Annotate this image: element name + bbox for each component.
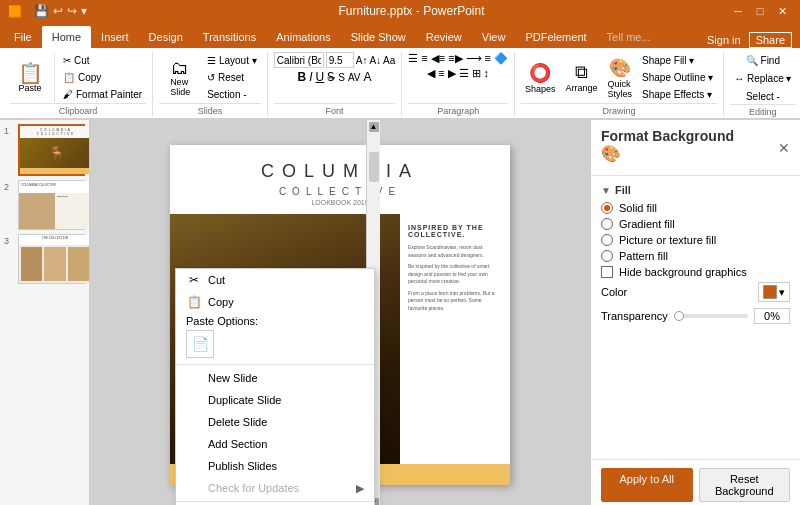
align-right-btn[interactable]: ▶ [448, 67, 456, 80]
ctx-publish[interactable]: Publish Slides [176, 455, 374, 477]
paste-option-1[interactable]: 📄 [186, 330, 214, 358]
shadow-btn[interactable]: S [338, 72, 345, 83]
sign-in-btn[interactable]: Sign in [707, 34, 741, 46]
new-slide-btn[interactable]: 🗂 NewSlide [159, 54, 201, 102]
slide-3-header: THE COLLECTION [19, 235, 90, 245]
copy-btn[interactable]: 📋Copy [59, 70, 146, 86]
shapes-btn[interactable]: ⭕ Shapes [521, 54, 560, 102]
transparency-slider[interactable] [674, 314, 748, 318]
tab-design[interactable]: Design [139, 26, 193, 48]
justify-btn[interactable]: ☰ [459, 67, 469, 80]
bold-btn[interactable]: B [298, 70, 307, 84]
undo-qat-btn[interactable]: ↩ [53, 4, 63, 18]
tab-slideshow[interactable]: Slide Show [341, 26, 416, 48]
tab-review[interactable]: Review [416, 26, 472, 48]
font-size-input[interactable] [326, 52, 354, 68]
fill-section-header[interactable]: ▼ Fill [601, 184, 790, 196]
minimize-btn[interactable]: ─ [728, 1, 748, 21]
clear-format-btn[interactable]: Aa [383, 55, 395, 66]
select-btn[interactable]: Select - [742, 88, 784, 104]
ctx-new-slide[interactable]: New Slide [176, 367, 374, 389]
ctx-delete-label: Delete Slide [208, 416, 267, 428]
tab-home[interactable]: Home [42, 26, 91, 48]
increase-indent-btn[interactable]: ≡▶ [448, 52, 462, 65]
redo-qat-btn[interactable]: ↪ [67, 4, 77, 18]
col-btn[interactable]: ⊞ [472, 67, 481, 80]
reset-background-btn[interactable]: Reset Background [699, 468, 791, 502]
paste-btn[interactable]: 📋 Paste [10, 54, 50, 102]
align-left-btn[interactable]: ◀ [427, 67, 435, 80]
save-qat-btn[interactable]: 💾 [34, 4, 49, 18]
tab-animations[interactable]: Animations [266, 26, 340, 48]
slide-1-thumb[interactable]: COLUMBIACOLLECTIVE 🪑 [18, 124, 85, 176]
apply-to-all-btn[interactable]: Apply to All [601, 468, 693, 502]
ctx-add-section[interactable]: Add Section [176, 433, 374, 455]
color-picker-btn[interactable]: ▾ [758, 282, 790, 302]
text-direction-btn[interactable]: ⟶ [466, 52, 482, 65]
tab-pdfelement[interactable]: PDFelement [515, 26, 596, 48]
decrease-indent-btn[interactable]: ◀≡ [431, 52, 445, 65]
tab-insert[interactable]: Insert [91, 26, 139, 48]
italic-btn[interactable]: I [309, 70, 312, 84]
shape-fill-btn[interactable]: Shape Fill ▾ [638, 53, 717, 69]
slide-2-thumb[interactable]: COLUMBIA COLLECTIVE Product Info [18, 180, 85, 230]
format-panel-close-btn[interactable]: ✕ [778, 140, 790, 156]
ctx-duplicate[interactable]: Duplicate Slide [176, 389, 374, 411]
underline-btn[interactable]: U [316, 70, 325, 84]
decrease-font-btn[interactable]: A↓ [369, 55, 381, 66]
scroll-up-btn[interactable]: ▲ [369, 122, 379, 132]
smartart-btn[interactable]: 🔷 [494, 52, 508, 65]
line-spacing-btn[interactable]: ↕ [484, 67, 490, 80]
quick-styles-btn[interactable]: 🎨 QuickStyles [604, 54, 637, 102]
ctx-sep1 [176, 364, 374, 365]
slide-3-thumb[interactable]: THE COLLECTION [18, 234, 85, 284]
ctx-delete[interactable]: Delete Slide [176, 411, 374, 433]
scroll-thumb[interactable] [369, 152, 379, 182]
gradient-fill-option[interactable]: Gradient fill [601, 218, 790, 230]
pattern-fill-radio[interactable] [601, 250, 613, 262]
increase-font-btn[interactable]: A↑ [356, 55, 368, 66]
format-painter-btn[interactable]: 🖌Format Painter [59, 87, 146, 103]
numbering-btn[interactable]: ≡ [421, 52, 427, 65]
hide-bg-option[interactable]: Hide background graphics [601, 266, 790, 278]
close-btn[interactable]: ✕ [772, 1, 792, 21]
align-text-btn[interactable]: ≡ [485, 52, 491, 65]
shape-effects-btn[interactable]: Shape Effects ▾ [638, 87, 717, 103]
slide-3-body [19, 245, 90, 283]
cut-btn[interactable]: ✂Cut [59, 53, 146, 69]
find-btn[interactable]: 🔍 Find [742, 52, 784, 68]
pattern-fill-option[interactable]: Pattern fill [601, 250, 790, 262]
strikethrough-btn[interactable]: S̶ [327, 70, 335, 84]
font-color-btn[interactable]: A [364, 70, 372, 84]
ctx-paste-options: 📄 [186, 330, 364, 358]
char-spacing-btn[interactable]: AV [348, 72, 361, 83]
slide-panel[interactable]: 1 COLUMBIACOLLECTIVE 🪑 2 COLUMBIA COLLEC… [0, 120, 90, 505]
section-btn[interactable]: Section - [203, 87, 261, 103]
customize-qat-btn[interactable]: ▾ [81, 4, 87, 18]
ctx-copy[interactable]: 📋 Copy [176, 291, 374, 313]
tab-view[interactable]: View [472, 26, 516, 48]
shape-outline-btn[interactable]: Shape Outline ▾ [638, 70, 717, 86]
arrange-btn[interactable]: ⧉ Arrange [562, 54, 602, 102]
picture-fill-option[interactable]: Picture or texture fill [601, 234, 790, 246]
align-center-btn[interactable]: ≡ [438, 67, 444, 80]
gradient-fill-radio[interactable] [601, 218, 613, 230]
hide-bg-checkbox[interactable] [601, 266, 613, 278]
tab-file[interactable]: File [4, 26, 42, 48]
tab-transitions[interactable]: Transitions [193, 26, 266, 48]
transparency-value-input[interactable] [754, 308, 790, 324]
solid-fill-option[interactable]: Solid fill [601, 202, 790, 214]
solid-fill-radio[interactable] [601, 202, 613, 214]
bullets-btn[interactable]: ☰ [408, 52, 418, 65]
picture-fill-radio[interactable] [601, 234, 613, 246]
ctx-cut[interactable]: ✂ Cut [176, 269, 374, 291]
slide-2-content: COLUMBIA COLLECTIVE Product Info [19, 181, 90, 229]
tab-tell-me[interactable]: Tell me... [597, 26, 661, 48]
share-btn[interactable]: Share [749, 32, 792, 48]
font-name-input[interactable] [274, 52, 324, 68]
slider-thumb[interactable] [674, 311, 684, 321]
maximize-btn[interactable]: □ [750, 1, 770, 21]
layout-btn[interactable]: ☰ Layout ▾ [203, 53, 261, 69]
reset-btn[interactable]: ↺ Reset [203, 70, 261, 86]
replace-btn[interactable]: ↔ Replace ▾ [730, 70, 795, 86]
